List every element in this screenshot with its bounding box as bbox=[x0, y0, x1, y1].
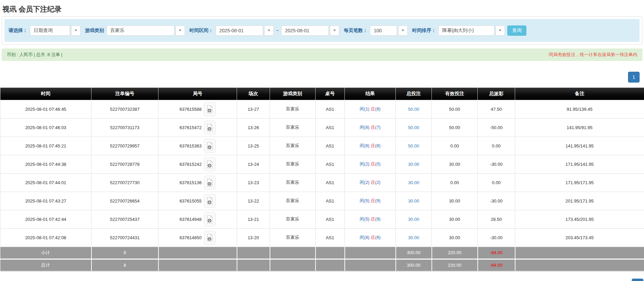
result-banker-points: (0) bbox=[375, 161, 380, 166]
cell-time: 2025-08-01 07:42:08 bbox=[0, 228, 91, 247]
video-replay-button[interactable] bbox=[204, 139, 216, 153]
subtotal-cell-empty bbox=[158, 247, 237, 259]
page-size-select[interactable]: 100 bbox=[370, 25, 408, 36]
col-header-9: 总派彩 bbox=[478, 88, 515, 100]
result-banker-points: (9) bbox=[375, 216, 380, 222]
filter-bar: 请选择： 日期查询 游戏类别 百家乐 时间区间： 2025-08-01 ~ 20… bbox=[4, 19, 640, 42]
cell-valid-bet: 50.00 bbox=[432, 100, 478, 118]
chevron-down-icon[interactable] bbox=[71, 25, 81, 36]
total-bet-link[interactable]: 30.00 bbox=[408, 180, 419, 185]
cell-note: 141.95/141.95 bbox=[515, 137, 644, 155]
game-type-select[interactable]: 百家乐 bbox=[106, 25, 185, 36]
cell-session: 13-27 bbox=[237, 100, 270, 118]
video-replay-button[interactable] bbox=[204, 176, 216, 190]
video-replay-icon bbox=[206, 123, 213, 132]
video-replay-button[interactable] bbox=[204, 194, 216, 208]
date-to-value[interactable]: 2025-08-01 bbox=[281, 25, 329, 36]
chevron-down-icon[interactable] bbox=[398, 25, 408, 36]
chevron-down-icon[interactable] bbox=[330, 25, 339, 36]
result-player: 闲 bbox=[360, 180, 364, 185]
result-player-points: (2) bbox=[364, 180, 370, 185]
total-row: 总计8300.00220.00-64.00 bbox=[0, 259, 644, 271]
result-banker: 庄 bbox=[371, 180, 375, 185]
col-header-8: 有效投注 bbox=[432, 88, 478, 100]
cell-round: 637615588 bbox=[158, 100, 237, 118]
total-bet-link[interactable]: 30.00 bbox=[408, 198, 419, 204]
cell-table-no: AS1 bbox=[316, 228, 345, 247]
table-header-row: 时间注单编号局号场次游戏类别桌号结果总投注有效投注总派彩备注 bbox=[0, 88, 644, 100]
cell-result: 闲(2) 庄(2) bbox=[345, 173, 396, 192]
cell-table-no: AS1 bbox=[316, 137, 345, 155]
cell-total-bet: 30.00 bbox=[396, 210, 432, 228]
cell-round: 637615363 bbox=[158, 137, 237, 155]
total-bet-link[interactable]: 30.00 bbox=[408, 235, 419, 240]
cell-bet-id: 522700732387 bbox=[91, 100, 158, 118]
result-player-points: (8) bbox=[364, 143, 370, 148]
video-replay-button[interactable] bbox=[204, 102, 216, 116]
video-replay-icon bbox=[206, 215, 213, 224]
video-replay-button[interactable] bbox=[204, 231, 216, 245]
subtotal-cell-payout: -64.00 bbox=[478, 247, 515, 259]
subtotal-cell-empty bbox=[515, 247, 644, 259]
round-number: 637615136 bbox=[180, 180, 202, 185]
chevron-down-icon[interactable] bbox=[264, 25, 274, 36]
total-bet-link[interactable]: 50.00 bbox=[408, 107, 419, 112]
cell-bet-id: 522700725437 bbox=[91, 210, 158, 228]
cell-note: 201.95/171.95 bbox=[515, 192, 644, 210]
round-number: 637614850 bbox=[180, 235, 202, 240]
page-size-value[interactable]: 100 bbox=[370, 25, 397, 36]
total-cell-valid-bet: 220.00 bbox=[432, 259, 478, 271]
cell-valid-bet: 0.00 bbox=[432, 173, 478, 192]
subtotal-cell-label: 小计 bbox=[0, 247, 91, 259]
total-bet-link[interactable]: 30.00 bbox=[408, 217, 419, 222]
sort-select[interactable]: 降幂(由大到小) bbox=[438, 25, 505, 36]
game-type-value[interactable]: 百家乐 bbox=[106, 25, 174, 36]
round-number: 637615055 bbox=[180, 198, 202, 204]
total-cell-empty bbox=[515, 259, 644, 271]
cell-round: 637615136 bbox=[158, 173, 237, 192]
pagination-page-1[interactable]: 1 bbox=[628, 72, 640, 83]
result-player: 闲 bbox=[360, 143, 364, 148]
cell-valid-bet: 0.00 bbox=[432, 137, 478, 155]
table-row: 2025-08-01 07:42:44522700725437637614948… bbox=[0, 210, 644, 228]
date-from-select[interactable]: 2025-08-01 bbox=[216, 25, 274, 36]
cell-session: 13-23 bbox=[237, 173, 270, 192]
total-cell-empty bbox=[345, 259, 396, 271]
cell-table-no: AS1 bbox=[316, 118, 345, 137]
pagination-page-1-bottom[interactable]: 1 bbox=[632, 279, 643, 281]
query-type-value[interactable]: 日期查询 bbox=[30, 25, 70, 36]
total-bet-link[interactable]: 30.00 bbox=[408, 162, 419, 167]
cell-time: 2025-08-01 07:46:03 bbox=[0, 118, 91, 137]
cell-session: 13-22 bbox=[237, 192, 270, 210]
total-bet-link[interactable]: 50.00 bbox=[408, 125, 419, 130]
select-label: 请选择： bbox=[9, 28, 28, 34]
video-replay-button[interactable] bbox=[204, 212, 216, 226]
subtotal-cell-empty bbox=[237, 247, 270, 259]
cell-bet-id: 522700729957 bbox=[91, 137, 158, 155]
chevron-down-icon[interactable] bbox=[495, 25, 505, 36]
search-button[interactable]: 查询 bbox=[507, 25, 526, 36]
query-type-select[interactable]: 日期查询 bbox=[30, 25, 81, 36]
date-to-select[interactable]: 2025-08-01 bbox=[281, 25, 339, 36]
cell-time: 2025-08-01 07:46:45 bbox=[0, 100, 91, 118]
currency-total-text: 币别 : 人民币 | 总共 :8 注单 | bbox=[7, 52, 63, 58]
cell-valid-bet: 50.00 bbox=[432, 118, 478, 137]
cell-payout: -30.00 bbox=[478, 192, 515, 210]
cell-time: 2025-08-01 07:45:21 bbox=[0, 137, 91, 155]
cell-time: 2025-08-01 07:44:38 bbox=[0, 155, 91, 173]
sort-value[interactable]: 降幂(由大到小) bbox=[438, 25, 494, 36]
date-from-value[interactable]: 2025-08-01 bbox=[216, 25, 263, 36]
subtotal-cell-empty bbox=[345, 247, 396, 259]
video-replay-button[interactable] bbox=[204, 157, 216, 171]
total-bet-link[interactable]: 50.00 bbox=[408, 143, 419, 148]
col-header-5: 桌号 bbox=[316, 88, 345, 100]
cell-bet-id: 522700724431 bbox=[91, 228, 158, 247]
cell-total-bet: 30.00 bbox=[396, 173, 432, 192]
table-row: 2025-08-01 07:46:45522700732387637615588… bbox=[0, 100, 644, 118]
cell-table-no: AS1 bbox=[316, 155, 345, 173]
cell-note: 171.95/171.95 bbox=[515, 173, 644, 192]
video-replay-button[interactable] bbox=[204, 121, 216, 135]
result-banker-points: (8) bbox=[375, 143, 380, 148]
chevron-down-icon[interactable] bbox=[175, 25, 185, 36]
round-number: 637615588 bbox=[180, 107, 202, 112]
